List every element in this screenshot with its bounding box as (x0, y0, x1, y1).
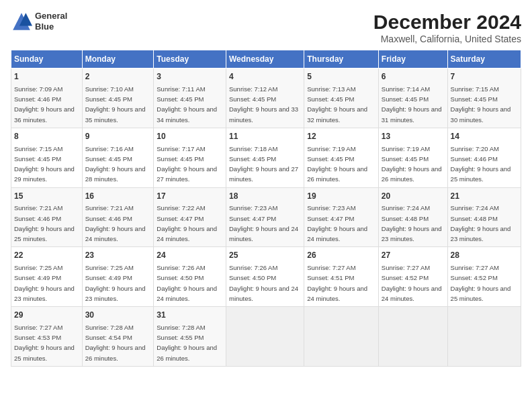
calendar-cell: 9 Sunrise: 7:16 AMSunset: 4:45 PMDayligh… (82, 128, 154, 187)
day-number: 25 (229, 250, 301, 261)
calendar-cell (304, 307, 379, 367)
day-number: 8 (14, 131, 79, 142)
calendar-cell: 30 Sunrise: 7:28 AMSunset: 4:54 PMDaylig… (82, 307, 154, 367)
calendar-cell: 24 Sunrise: 7:26 AMSunset: 4:50 PMDaylig… (154, 247, 226, 307)
day-info: Sunrise: 7:24 AMSunset: 4:48 PMDaylight:… (451, 204, 511, 242)
day-number: 16 (85, 191, 151, 202)
calendar-cell: 12 Sunrise: 7:19 AMSunset: 4:45 PMDaylig… (304, 128, 379, 187)
calendar-cell: 6 Sunrise: 7:14 AMSunset: 4:45 PMDayligh… (378, 68, 447, 128)
main-title: December 2024 (373, 11, 521, 34)
calendar-cell: 8 Sunrise: 7:15 AMSunset: 4:45 PMDayligh… (11, 128, 83, 187)
day-info: Sunrise: 7:21 AMSunset: 4:46 PMDaylight:… (14, 204, 75, 242)
calendar-week-row: 8 Sunrise: 7:15 AMSunset: 4:45 PMDayligh… (11, 128, 521, 187)
calendar-cell: 2 Sunrise: 7:10 AMSunset: 4:45 PMDayligh… (82, 68, 154, 128)
calendar-cell: 29 Sunrise: 7:27 AMSunset: 4:53 PMDaylig… (11, 307, 83, 367)
day-number: 22 (14, 250, 79, 261)
calendar-cell: 23 Sunrise: 7:25 AMSunset: 4:49 PMDaylig… (82, 247, 154, 307)
day-number: 17 (157, 191, 223, 202)
day-number: 30 (85, 310, 151, 321)
calendar-week-row: 29 Sunrise: 7:27 AMSunset: 4:53 PMDaylig… (11, 307, 521, 367)
calendar-cell: 13 Sunrise: 7:19 AMSunset: 4:45 PMDaylig… (378, 128, 447, 187)
day-number: 12 (307, 131, 375, 142)
day-info: Sunrise: 7:13 AMSunset: 4:45 PMDaylight:… (307, 85, 367, 124)
day-info: Sunrise: 7:17 AMSunset: 4:45 PMDaylight:… (157, 145, 217, 183)
calendar-cell: 25 Sunrise: 7:26 AMSunset: 4:50 PMDaylig… (226, 247, 304, 307)
day-info: Sunrise: 7:19 AMSunset: 4:45 PMDaylight:… (307, 145, 367, 183)
day-info: Sunrise: 7:12 AMSunset: 4:45 PMDaylight:… (229, 85, 298, 124)
day-info: Sunrise: 7:23 AMSunset: 4:47 PMDaylight:… (307, 204, 367, 242)
calendar-cell (226, 307, 304, 367)
calendar-cell: 1 Sunrise: 7:09 AMSunset: 4:46 PMDayligh… (11, 68, 83, 128)
col-saturday: Saturday (447, 50, 521, 68)
calendar-week-row: 1 Sunrise: 7:09 AMSunset: 4:46 PMDayligh… (11, 68, 521, 128)
day-number: 3 (157, 71, 223, 83)
day-info: Sunrise: 7:21 AMSunset: 4:46 PMDaylight:… (85, 204, 146, 242)
calendar-cell: 19 Sunrise: 7:23 AMSunset: 4:47 PMDaylig… (304, 187, 379, 247)
day-info: Sunrise: 7:20 AMSunset: 4:46 PMDaylight:… (451, 145, 511, 183)
day-number: 11 (229, 131, 301, 142)
calendar-cell: 11 Sunrise: 7:18 AMSunset: 4:45 PMDaylig… (226, 128, 304, 187)
calendar-cell: 16 Sunrise: 7:21 AMSunset: 4:46 PMDaylig… (82, 187, 154, 247)
day-info: Sunrise: 7:18 AMSunset: 4:45 PMDaylight:… (229, 145, 298, 183)
day-info: Sunrise: 7:25 AMSunset: 4:49 PMDaylight:… (14, 264, 75, 302)
header: General Blue December 2024 Maxwell, Cali… (11, 11, 521, 44)
col-thursday: Thursday (304, 50, 379, 68)
calendar-cell: 18 Sunrise: 7:23 AMSunset: 4:47 PMDaylig… (226, 187, 304, 247)
col-wednesday: Wednesday (226, 50, 304, 68)
day-number: 28 (451, 250, 518, 261)
day-number: 20 (382, 191, 445, 202)
col-friday: Friday (378, 50, 447, 68)
calendar-week-row: 15 Sunrise: 7:21 AMSunset: 4:46 PMDaylig… (11, 187, 521, 247)
day-info: Sunrise: 7:19 AMSunset: 4:45 PMDaylight:… (382, 145, 442, 183)
day-info: Sunrise: 7:26 AMSunset: 4:50 PMDaylight:… (229, 264, 298, 302)
day-number: 9 (85, 131, 151, 142)
day-info: Sunrise: 7:10 AMSunset: 4:45 PMDaylight:… (85, 85, 146, 124)
day-number: 4 (229, 71, 301, 83)
calendar-cell (447, 307, 521, 367)
calendar-cell: 5 Sunrise: 7:13 AMSunset: 4:45 PMDayligh… (304, 68, 379, 128)
day-info: Sunrise: 7:27 AMSunset: 4:52 PMDaylight:… (382, 264, 442, 302)
day-number: 29 (14, 310, 79, 321)
calendar-cell: 31 Sunrise: 7:28 AMSunset: 4:55 PMDaylig… (154, 307, 226, 367)
col-sunday: Sunday (11, 50, 83, 68)
day-number: 27 (382, 250, 445, 261)
day-info: Sunrise: 7:28 AMSunset: 4:55 PMDaylight:… (157, 324, 217, 362)
calendar-week-row: 22 Sunrise: 7:25 AMSunset: 4:49 PMDaylig… (11, 247, 521, 307)
calendar-body: 1 Sunrise: 7:09 AMSunset: 4:46 PMDayligh… (11, 68, 521, 367)
calendar-cell: 20 Sunrise: 7:24 AMSunset: 4:48 PMDaylig… (378, 187, 447, 247)
calendar-cell: 26 Sunrise: 7:27 AMSunset: 4:51 PMDaylig… (304, 247, 379, 307)
logo: General Blue (11, 11, 67, 32)
day-number: 7 (451, 71, 518, 83)
day-number: 21 (451, 191, 518, 202)
day-info: Sunrise: 7:26 AMSunset: 4:50 PMDaylight:… (157, 264, 217, 302)
col-monday: Monday (82, 50, 154, 68)
day-number: 2 (85, 71, 151, 83)
calendar-cell: 4 Sunrise: 7:12 AMSunset: 4:45 PMDayligh… (226, 68, 304, 128)
day-number: 19 (307, 191, 375, 202)
day-info: Sunrise: 7:15 AMSunset: 4:45 PMDaylight:… (14, 145, 75, 183)
calendar-table: Sunday Monday Tuesday Wednesday Thursday… (11, 50, 521, 367)
day-number: 23 (85, 250, 151, 261)
day-info: Sunrise: 7:15 AMSunset: 4:45 PMDaylight:… (451, 85, 511, 124)
day-info: Sunrise: 7:24 AMSunset: 4:48 PMDaylight:… (382, 204, 442, 242)
day-info: Sunrise: 7:22 AMSunset: 4:47 PMDaylight:… (157, 204, 217, 242)
calendar-cell: 27 Sunrise: 7:27 AMSunset: 4:52 PMDaylig… (378, 247, 447, 307)
day-number: 1 (14, 71, 79, 83)
day-number: 5 (307, 71, 375, 83)
calendar-cell: 14 Sunrise: 7:20 AMSunset: 4:46 PMDaylig… (447, 128, 521, 187)
calendar-cell: 15 Sunrise: 7:21 AMSunset: 4:46 PMDaylig… (11, 187, 83, 247)
header-row: Sunday Monday Tuesday Wednesday Thursday… (11, 50, 521, 68)
calendar-cell: 28 Sunrise: 7:27 AMSunset: 4:52 PMDaylig… (447, 247, 521, 307)
day-info: Sunrise: 7:16 AMSunset: 4:45 PMDaylight:… (85, 145, 146, 183)
day-info: Sunrise: 7:28 AMSunset: 4:54 PMDaylight:… (85, 324, 146, 362)
calendar-cell: 21 Sunrise: 7:24 AMSunset: 4:48 PMDaylig… (447, 187, 521, 247)
col-tuesday: Tuesday (154, 50, 226, 68)
day-number: 24 (157, 250, 223, 261)
calendar-cell: 10 Sunrise: 7:17 AMSunset: 4:45 PMDaylig… (154, 128, 226, 187)
day-number: 14 (451, 131, 518, 142)
day-info: Sunrise: 7:23 AMSunset: 4:47 PMDaylight:… (229, 204, 298, 242)
day-info: Sunrise: 7:27 AMSunset: 4:51 PMDaylight:… (307, 264, 367, 302)
day-number: 18 (229, 191, 301, 202)
day-number: 26 (307, 250, 375, 261)
calendar-cell: 22 Sunrise: 7:25 AMSunset: 4:49 PMDaylig… (11, 247, 83, 307)
